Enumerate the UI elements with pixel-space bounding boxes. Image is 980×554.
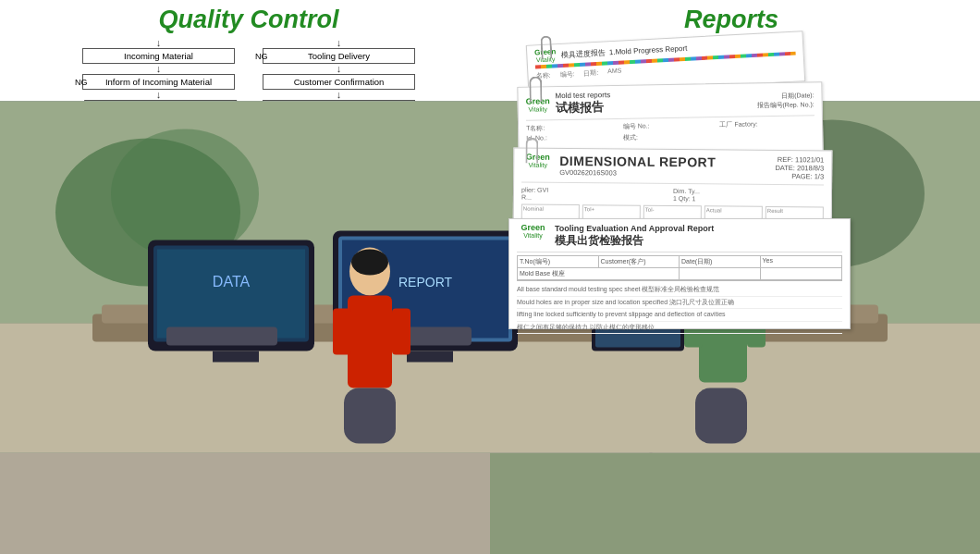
svg-rect-61 — [695, 388, 747, 444]
office-scene-svg: DATA REPORT — [490, 378, 980, 554]
report-card-4: Green Vitality Tooling Evaluation And Ap… — [508, 218, 851, 329]
bottom-section: CMM — [0, 378, 980, 554]
card4-title-zh: 模具出货检验报告 — [555, 233, 714, 249]
card2-title-zh: 试模报告 — [556, 99, 611, 117]
main-container: Quality Control ↓ Incoming Material ↓ NG… — [0, 0, 980, 554]
card4-title-en: Tooling Evaluation And Approval Report — [555, 224, 714, 233]
svg-rect-54 — [699, 378, 747, 383]
photo-right: DATA REPORT — [490, 378, 980, 554]
card3-title: DIMENSIONAL REPORT — [559, 154, 769, 170]
